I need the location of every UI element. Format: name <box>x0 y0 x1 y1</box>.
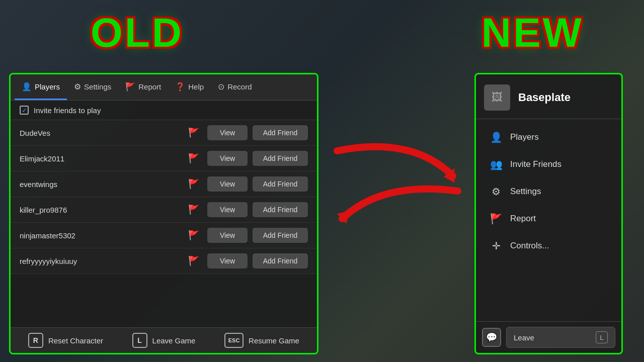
arrows-container <box>322 131 473 231</box>
tab-bar: 👤 Players ⚙ Settings 🚩 Report ❓ Help ⊙ R… <box>11 74 317 101</box>
tab-players-label: Players <box>35 82 60 91</box>
flag-button[interactable]: 🚩 <box>185 125 202 140</box>
baseplate-header: 🖼 Baseplate <box>476 74 621 119</box>
new-settings-icon: ⚙ <box>490 186 502 198</box>
resume-game-label: Resume Game <box>249 336 299 345</box>
view-button[interactable]: View <box>207 176 248 192</box>
reset-character-button[interactable]: R Reset Character <box>17 333 115 348</box>
new-menu-settings[interactable]: ⚙ Settings <box>479 178 618 205</box>
new-panel: 🖼 Baseplate 👤 Players 👥 Invite Friends ⚙… <box>474 73 623 354</box>
flag-button[interactable]: 🚩 <box>185 176 202 192</box>
leave-key-badge: L <box>596 331 608 343</box>
player-row: killer_pro9876 🚩 View Add Friend <box>11 197 317 223</box>
reset-character-label: Reset Character <box>48 336 103 345</box>
player-name: ninjamaster5302 <box>20 231 180 240</box>
flag-button[interactable]: 🚩 <box>185 151 202 166</box>
tab-players[interactable]: 👤 Players <box>15 74 67 100</box>
players-list: DudeVes 🚩 View Add Friend Elimjack2011 🚩… <box>11 120 317 327</box>
record-tab-icon: ⊙ <box>218 82 224 92</box>
leave-game-label: Leave Game <box>152 336 196 345</box>
invite-friends-row[interactable]: ✓ Invite friends to play <box>11 101 317 120</box>
leave-key-badge: L <box>132 333 147 348</box>
tab-report[interactable]: 🚩 Report <box>118 74 168 100</box>
help-tab-icon: ❓ <box>175 82 185 92</box>
new-controls-icon: ✛ <box>490 240 502 252</box>
player-row: refryyyyyiykuiuuy 🚩 View Add Friend <box>11 248 317 274</box>
new-menu-players[interactable]: 👤 Players <box>479 124 618 150</box>
players-tab-icon: 👤 <box>22 82 32 92</box>
new-invite-icon: 👥 <box>490 158 502 170</box>
new-players-label: Players <box>510 132 539 142</box>
new-report-icon: 🚩 <box>490 213 502 225</box>
view-button[interactable]: View <box>207 253 248 268</box>
player-name: refryyyyyiykuiuuy <box>20 257 180 265</box>
tab-settings[interactable]: ⚙ Settings <box>67 74 118 100</box>
tab-help[interactable]: ❓ Help <box>168 74 211 100</box>
tab-report-label: Report <box>138 82 161 91</box>
leave-game-button[interactable]: L Leave Game <box>115 333 213 348</box>
chat-icon-button[interactable]: 💬 <box>482 328 501 347</box>
view-button[interactable]: View <box>207 228 248 243</box>
flag-button[interactable]: 🚩 <box>185 228 202 243</box>
old-label: OLD <box>91 9 184 56</box>
reset-key-badge: R <box>28 333 43 348</box>
comparison-arrows <box>322 131 473 231</box>
new-menu: 👤 Players 👥 Invite Friends ⚙ Settings 🚩 … <box>476 119 621 321</box>
tab-settings-label: Settings <box>84 82 111 91</box>
baseplate-title: Baseplate <box>518 91 571 104</box>
resume-key-badge: ESC <box>224 333 244 348</box>
new-bottom-bar: 💬 Leave L <box>476 321 621 353</box>
tab-record[interactable]: ⊙ Record <box>211 74 259 100</box>
player-row: DudeVes 🚩 View Add Friend <box>11 120 317 146</box>
baseplate-thumbnail: 🖼 <box>484 84 510 111</box>
view-button[interactable]: View <box>207 151 248 166</box>
report-tab-icon: 🚩 <box>125 82 135 92</box>
flag-button[interactable]: 🚩 <box>185 253 202 268</box>
tab-record-label: Record <box>227 82 252 91</box>
new-menu-report[interactable]: 🚩 Report <box>479 206 618 232</box>
player-row: ninjamaster5302 🚩 View Add Friend <box>11 223 317 248</box>
player-name: eventwings <box>20 180 180 189</box>
new-settings-label: Settings <box>510 187 541 197</box>
new-menu-controls[interactable]: ✛ Controls... <box>479 233 618 259</box>
view-button[interactable]: View <box>207 125 248 140</box>
player-name: DudeVes <box>20 129 180 137</box>
new-label: NEW <box>481 9 584 56</box>
add-friend-button[interactable]: Add Friend <box>253 202 308 217</box>
leave-button[interactable]: Leave L <box>506 327 615 348</box>
settings-tab-icon: ⚙ <box>74 82 81 92</box>
new-report-label: Report <box>510 214 536 224</box>
new-invite-label: Invite Friends <box>510 159 561 169</box>
new-menu-invite-friends[interactable]: 👥 Invite Friends <box>479 151 618 177</box>
leave-label: Leave <box>514 333 534 342</box>
new-players-icon: 👤 <box>490 131 502 143</box>
player-name: Elimjack2011 <box>20 154 180 163</box>
add-friend-button[interactable]: Add Friend <box>253 253 308 268</box>
flag-button[interactable]: 🚩 <box>185 202 202 217</box>
player-row: eventwings 🚩 View Add Friend <box>11 171 317 197</box>
old-panel: 👤 Players ⚙ Settings 🚩 Report ❓ Help ⊙ R… <box>9 73 318 354</box>
add-friend-button[interactable]: Add Friend <box>253 228 308 243</box>
add-friend-button[interactable]: Add Friend <box>253 176 308 192</box>
tab-help-label: Help <box>188 82 204 91</box>
invite-friends-label: Invite friends to play <box>34 106 101 115</box>
player-name: killer_pro9876 <box>20 206 180 214</box>
add-friend-button[interactable]: Add Friend <box>253 125 308 140</box>
new-controls-label: Controls... <box>510 241 549 251</box>
add-friend-button[interactable]: Add Friend <box>253 151 308 166</box>
invite-checkbox[interactable]: ✓ <box>20 106 29 115</box>
view-button[interactable]: View <box>207 202 248 217</box>
resume-game-button[interactable]: ESC Resume Game <box>213 333 311 348</box>
player-row: Elimjack2011 🚩 View Add Friend <box>11 146 317 171</box>
bottom-bar: R Reset Character L Leave Game ESC Resum… <box>11 327 317 353</box>
